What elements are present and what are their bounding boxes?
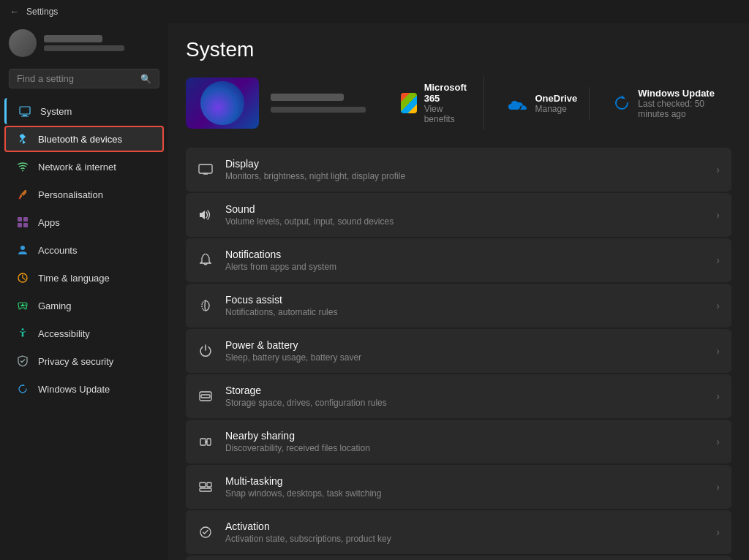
privacy-label: Privacy & security [38, 356, 113, 367]
power-desc: Sleep, battery usage, battery saver [225, 352, 704, 363]
nav-personalisation[interactable]: Personalisation [4, 181, 164, 208]
onedrive-banner-item[interactable]: OneDrive Manage [496, 87, 590, 120]
setting-notifications[interactable]: Notifications Alerts from apps and syste… [186, 238, 731, 282]
setting-power[interactable]: Power & battery Sleep, battery usage, ba… [186, 329, 731, 373]
nav-gaming[interactable]: Gaming [4, 292, 164, 319]
setting-display[interactable]: Display Monitors, brightness, night ligh… [186, 148, 731, 192]
focus-icon [197, 298, 214, 314]
svg-rect-12 [21, 305, 25, 306]
onedrive-title: OneDrive [535, 93, 578, 104]
windows-update-banner-item[interactable]: Windows Update Last checked: 50 minutes … [601, 82, 731, 125]
sound-icon [197, 207, 214, 223]
accessibility-icon [16, 327, 29, 340]
svg-rect-19 [200, 439, 206, 445]
nearby-title: Nearby sharing [225, 430, 704, 442]
page-title: System [186, 38, 731, 61]
svg-rect-20 [207, 439, 211, 445]
focus-desc: Notifications, automatic rules [225, 307, 704, 317]
nearby-text: Nearby sharing Discoverability, received… [225, 430, 704, 453]
windows-update-info: Windows Update Last checked: 50 minutes … [638, 88, 720, 119]
banner-account-info [271, 94, 366, 113]
svg-rect-23 [200, 488, 211, 491]
display-text: Display Monitors, brightness, night ligh… [225, 158, 704, 181]
nav-windows-update[interactable]: Windows Update [4, 376, 164, 402]
notifications-text: Notifications Alerts from apps and syste… [225, 249, 704, 272]
m365-sub: View benefits [424, 104, 472, 124]
svg-rect-0 [20, 107, 30, 114]
network-icon [16, 160, 29, 173]
setting-activation[interactable]: Activation Activation state, subscriptio… [186, 510, 731, 554]
m365-icon [401, 93, 417, 113]
network-label: Network & internet [38, 162, 116, 173]
svg-rect-8 [23, 223, 28, 227]
setting-nearby[interactable]: Nearby sharing Discoverability, received… [186, 420, 731, 463]
privacy-icon [16, 355, 29, 368]
setting-multitasking[interactable]: Multi-tasking Snap windows, desktops, ta… [186, 465, 731, 509]
setting-storage[interactable]: Storage Storage space, drives, configura… [186, 374, 731, 418]
sound-title: Sound [225, 203, 704, 215]
nav-privacy[interactable]: Privacy & security [4, 348, 164, 374]
onedrive-sub: Manage [535, 104, 578, 114]
m365-info: Microsoft 365 View benefits [424, 82, 472, 124]
search-box[interactable]: 🔍 [9, 69, 159, 88]
notifications-icon [197, 252, 214, 268]
svg-rect-18 [201, 395, 210, 398]
profile-email [44, 45, 124, 51]
settings-list: Display Monitors, brightness, night ligh… [186, 148, 731, 560]
display-title: Display [225, 158, 704, 170]
storage-title: Storage [225, 385, 704, 396]
nav-accessibility[interactable]: Accessibility [4, 320, 164, 347]
svg-point-15 [22, 328, 24, 330]
accounts-icon [16, 243, 29, 257]
sidebar-profile [0, 23, 168, 66]
display-icon [197, 162, 214, 178]
display-desc: Monitors, brightness, night light, displ… [225, 171, 704, 181]
setting-troubleshoot[interactable]: Troubleshoot Recommended troubleshooters… [186, 556, 731, 560]
multitasking-desc: Snap windows, desktops, task switching [225, 488, 704, 499]
nav-apps[interactable]: Apps [4, 209, 164, 235]
banner-email [271, 107, 366, 113]
system-icon [18, 105, 31, 118]
svg-point-13 [25, 304, 26, 306]
power-text: Power & battery Sleep, battery usage, ba… [225, 339, 704, 363]
nearby-desc: Discoverability, received files location [225, 443, 704, 453]
svg-point-9 [20, 246, 25, 250]
windows-update-banner-icon [613, 93, 631, 113]
search-input[interactable] [17, 73, 135, 84]
svg-rect-2 [21, 116, 29, 117]
nav-network[interactable]: Network & internet [4, 154, 164, 180]
nav-system[interactable]: System [4, 98, 164, 124]
storage-chevron: › [716, 390, 720, 402]
nav-accounts[interactable]: Accounts [4, 237, 164, 263]
sidebar: 🔍 System Bluetooth & devices [0, 23, 168, 560]
gaming-label: Gaming [38, 300, 72, 311]
onedrive-info: OneDrive Manage [535, 93, 578, 114]
banner-image [186, 77, 259, 129]
top-banner: Microsoft 365 View benefits OneDrive Man… [186, 76, 731, 130]
windows-update-banner-sub: Last checked: 50 minutes ago [638, 99, 720, 119]
storage-icon [197, 388, 214, 404]
sound-text: Sound Volume levels, output, input, soun… [225, 203, 704, 227]
storage-text: Storage Storage space, drives, configura… [225, 385, 704, 408]
focus-text: Focus assist Notifications, automatic ru… [225, 294, 704, 317]
svg-rect-16 [199, 164, 212, 173]
power-chevron: › [716, 345, 720, 357]
power-icon [197, 343, 214, 359]
avatar [9, 29, 37, 57]
activation-chevron: › [716, 526, 720, 538]
profile-info [44, 35, 124, 51]
profile-name [44, 35, 102, 42]
multitasking-title: Multi-tasking [225, 475, 704, 487]
titlebar-title: Settings [26, 7, 58, 17]
nav-bluetooth[interactable]: Bluetooth & devices [4, 126, 164, 152]
accounts-label: Accounts [38, 245, 77, 256]
back-button[interactable]: ← [9, 6, 20, 18]
main-layout: 🔍 System Bluetooth & devices [0, 23, 749, 560]
m365-banner-item[interactable]: Microsoft 365 View benefits [389, 76, 484, 130]
bluetooth-icon [16, 132, 29, 145]
setting-sound[interactable]: Sound Volume levels, output, input, soun… [186, 193, 731, 237]
multitasking-text: Multi-tasking Snap windows, desktops, ta… [225, 475, 704, 499]
nav-time[interactable]: Time & language [4, 265, 164, 291]
setting-focus[interactable]: Focus assist Notifications, automatic ru… [186, 284, 731, 328]
activation-title: Activation [225, 521, 704, 532]
